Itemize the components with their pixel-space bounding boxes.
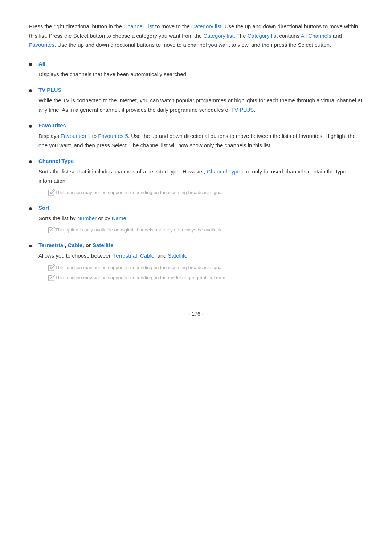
note-text-tcs-1: This function may not be supported depen… — [55, 264, 224, 272]
favourites-link-intro[interactable]: Favourites — [29, 42, 54, 48]
favourites5-link[interactable]: Favourites 5 — [98, 133, 128, 139]
note-tcs-1: This function may not be supported depen… — [48, 264, 363, 272]
bullet-favourites: Favourites Displays Favourites 1 to Favo… — [29, 122, 363, 150]
cable-title-link[interactable]: Cable — [68, 242, 83, 248]
bullet-title-tcs: Terrestrial, Cable, or Satellite — [38, 242, 114, 248]
note-text-channel-type-1: This function may not be supported depen… — [55, 189, 224, 197]
tv-plus-link[interactable]: TV PLUS — [231, 107, 254, 113]
pencil-icon-channel-type — [48, 189, 55, 196]
page-footer: - 176 - — [29, 311, 363, 317]
note-channel-type-1: This function may not be supported depen… — [48, 189, 363, 197]
bullet-desc-favourites: Displays Favourites 1 to Favourites 5. U… — [38, 131, 363, 150]
bullet-title-tv-plus: TV PLUS — [38, 87, 61, 93]
bullet-desc-tv-plus: While the TV is connected to the Interne… — [38, 96, 363, 114]
bullet-channel-type: Channel Type Sorts the list so that it i… — [29, 158, 363, 197]
bullet-content-all: Displays the channels that have been aut… — [38, 70, 363, 79]
satellite-title-link[interactable]: Satellite — [93, 242, 114, 248]
cable-desc-link[interactable]: Cable — [140, 253, 154, 259]
all-channels-link[interactable]: All Channels — [301, 33, 331, 39]
bullet-dot-favourites — [29, 125, 32, 128]
bullet-content-tv-plus: While the TV is connected to the Interne… — [38, 96, 363, 114]
pencil-icon-tcs-2 — [48, 274, 55, 282]
bullet-tv-plus: TV PLUS While the TV is connected to the… — [29, 87, 363, 114]
satellite-desc-link[interactable]: Satellite — [168, 253, 187, 259]
content-body: Press the right directional button in th… — [29, 22, 363, 317]
bullet-title-all: All — [38, 61, 45, 67]
note-text-tcs-2: This function may not be supported depen… — [55, 274, 227, 282]
bullet-desc-sort: Sorts the list by Number or by Name. — [38, 214, 363, 223]
bullet-content-favourites: Displays Favourites 1 to Favourites 5. U… — [38, 131, 363, 150]
bullet-desc-channel-type: Sorts the list so that it includes chann… — [38, 167, 363, 185]
bullet-content-sort: Sorts the list by Number or by Name. Thi… — [38, 214, 363, 234]
channel-type-link[interactable]: Channel Type — [207, 168, 240, 175]
favourites1-link[interactable]: Favourites 1 — [61, 133, 91, 139]
category-list-link-1[interactable]: Category list — [191, 23, 221, 29]
or-text: , or — [82, 242, 93, 248]
bullet-title-channel-type: Channel Type — [38, 158, 74, 164]
channel-list-link[interactable]: Channel List — [123, 23, 154, 29]
bullet-dot-tv-plus — [29, 89, 32, 92]
note-tcs-2: This function may not be supported depen… — [48, 274, 363, 282]
terrestrial-desc-link[interactable]: Terrestrial — [113, 253, 137, 259]
bullet-content-tcs: Allows you to choose between Terrestrial… — [38, 251, 363, 282]
name-link[interactable]: Name — [112, 215, 126, 221]
pencil-icon-tcs-1 — [48, 264, 55, 271]
terrestrial-title-link[interactable]: Terrestrial — [38, 242, 65, 248]
bullet-favourites-header: Favourites — [29, 122, 363, 128]
pencil-icon-sort — [48, 226, 55, 234]
number-link[interactable]: Number — [77, 215, 97, 221]
note-sort-1: This option is only available on digital… — [48, 226, 363, 234]
bullet-title-favourites: Favourites — [38, 122, 66, 128]
bullet-dot-all — [29, 63, 32, 66]
bullet-tv-plus-header: TV PLUS — [29, 87, 363, 93]
category-list-link-3[interactable]: Category list — [248, 33, 278, 39]
bullet-dot-tcs — [29, 245, 32, 247]
bullet-content-channel-type: Sorts the list so that it includes chann… — [38, 167, 363, 197]
bullet-sort-header: Sort — [29, 205, 363, 211]
bullet-dot-channel-type — [29, 160, 32, 163]
bullet-sort: Sort Sorts the list by Number or by Name… — [29, 205, 363, 234]
page-number: - 176 - — [189, 311, 203, 317]
bullet-tcs-header: Terrestrial, Cable, or Satellite — [29, 242, 363, 248]
note-text-sort-1: This option is only available on digital… — [55, 226, 224, 234]
bullet-dot-sort — [29, 207, 32, 210]
bullet-all: All Displays the channels that have been… — [29, 61, 363, 79]
bullet-desc-all: Displays the channels that have been aut… — [38, 70, 363, 79]
intro-paragraph: Press the right directional button in th… — [29, 22, 363, 50]
category-list-link-2[interactable]: Category list — [203, 33, 233, 39]
bullet-terrestrial-cable-satellite: Terrestrial, Cable, or Satellite Allows … — [29, 242, 363, 282]
bullet-desc-tcs: Allows you to choose between Terrestrial… — [38, 251, 363, 260]
bullet-all-header: All — [29, 61, 363, 67]
bullet-title-sort: Sort — [38, 205, 49, 211]
bullet-channel-type-header: Channel Type — [29, 158, 363, 164]
comma-1: , — [65, 242, 68, 248]
